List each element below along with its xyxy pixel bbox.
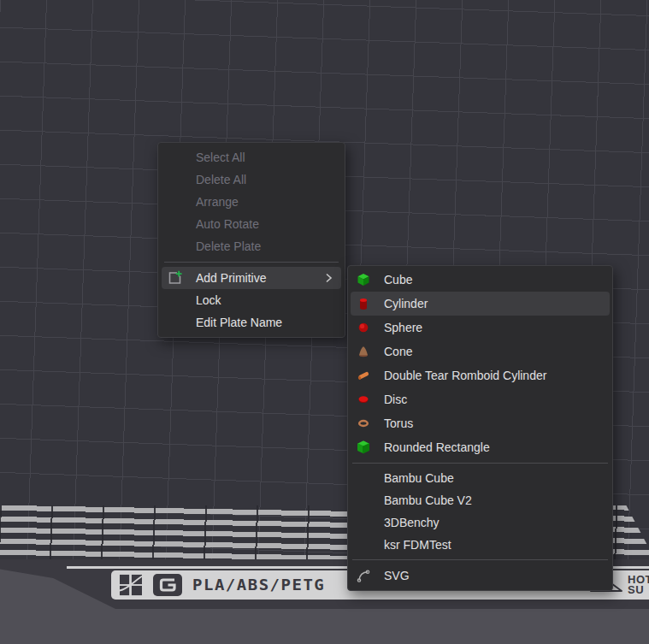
menu-item-delete-all: Delete All: [158, 168, 345, 191]
hot-surface-warning-text: HOT SU: [628, 575, 649, 595]
cylinder-icon: [357, 297, 370, 310]
submenu-item-bambu-cube-v2[interactable]: Bambu Cube V2: [348, 489, 612, 511]
slicer-3d-viewport[interactable]: PLA/ABS/PETG HOT SU Select All Delete Al…: [0, 0, 649, 644]
submenu-separator: [352, 559, 608, 560]
chevron-right-icon: [322, 272, 334, 284]
plate-context-menu: Select All Delete All Arrange Auto Rotat…: [157, 142, 345, 338]
cone-icon: [357, 345, 370, 358]
submenu-item-ksr-fdmtest[interactable]: ksr FDMTest: [348, 534, 612, 556]
menu-item-delete-plate: Delete Plate: [158, 235, 345, 257]
submenu-item-rounded-rectangle[interactable]: Rounded Rectangle: [348, 435, 612, 459]
add-primitive-icon: [167, 270, 183, 287]
submenu-item-bambu-cube[interactable]: Bambu Cube: [348, 467, 612, 489]
double-tear-romboid-cylinder-icon: [357, 369, 370, 382]
icon-spacer: [357, 471, 370, 485]
icon-spacer: [357, 493, 370, 507]
menu-item-add-primitive[interactable]: Add Primitive: [162, 267, 341, 289]
submenu-separator: [352, 463, 608, 464]
plate-logo-badge-icon: [152, 573, 183, 597]
menu-separator: [164, 262, 339, 263]
sphere-icon: [357, 321, 370, 334]
disc-icon: [357, 393, 370, 406]
submenu-item-cube[interactable]: Cube: [348, 268, 612, 292]
menu-item-edit-plate-name[interactable]: Edit Plate Name: [158, 311, 345, 334]
submenu-item-cylinder[interactable]: Cylinder: [351, 292, 610, 316]
icon-spacer: [357, 538, 370, 552]
icon-spacer: [357, 516, 370, 529]
submenu-item-3dbenchy[interactable]: 3DBenchy: [348, 511, 612, 534]
submenu-item-disc[interactable]: Disc: [348, 387, 612, 411]
submenu-item-svg[interactable]: SVG: [348, 564, 612, 588]
menu-item-lock[interactable]: Lock: [158, 289, 345, 311]
submenu-item-torus[interactable]: Torus: [348, 411, 612, 435]
submenu-item-double-tear-romboid-cylinder[interactable]: Double Tear Romboid Cylinder: [348, 363, 612, 387]
menu-item-select-all: Select All: [158, 146, 345, 168]
submenu-item-sphere[interactable]: Sphere: [348, 316, 612, 340]
cube-icon: [357, 273, 370, 287]
menu-item-arrange: Arrange: [158, 191, 345, 213]
submenu-item-cone[interactable]: Cone: [348, 340, 612, 363]
menu-item-auto-rotate: Auto Rotate: [158, 213, 345, 235]
add-primitive-submenu: Cube Cylinder Sphere Cone D: [347, 265, 613, 591]
rounded-rectangle-icon: [357, 440, 370, 454]
torus-icon: [357, 417, 370, 430]
plate-material-label: PLA/ABS/PETG: [192, 576, 325, 594]
plate-logo-pinwheel-icon: [119, 574, 143, 596]
svg-bezier-icon: [357, 569, 370, 582]
